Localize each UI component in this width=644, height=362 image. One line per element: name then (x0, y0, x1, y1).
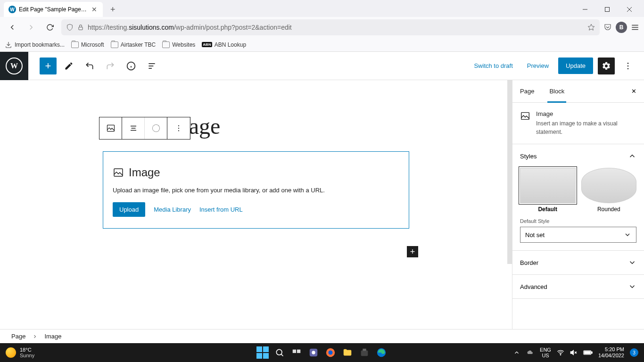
chevron-down-icon (628, 282, 636, 291)
editor-canvas[interactable]: Sample Page Image Upload an image file, … (0, 80, 512, 329)
chevron-down-icon (628, 258, 636, 267)
folder-icon (162, 41, 170, 48)
wp-editor: W + Switch to draft Preview Update Sampl… (0, 52, 644, 343)
onedrive-icon[interactable] (526, 348, 534, 357)
add-block-after-button[interactable]: + (407, 246, 418, 257)
forward-button[interactable] (24, 20, 39, 35)
start-button[interactable] (256, 346, 269, 359)
svg-point-17 (627, 68, 629, 69)
window-close-button[interactable] (619, 2, 640, 17)
file-explorer-icon[interactable] (341, 346, 354, 359)
store-icon[interactable] (358, 346, 371, 359)
insert-from-url-button[interactable]: Insert from URL (199, 206, 243, 213)
chevron-right-icon (32, 334, 38, 339)
back-button[interactable] (5, 20, 20, 35)
panel-border-header[interactable]: Border (512, 251, 644, 274)
breadcrumb-page[interactable]: Page (11, 333, 25, 340)
svg-marker-39 (570, 350, 573, 354)
settings-sidebar: Page Block ✕ Image Insert an image to ma… (512, 80, 644, 329)
sidebar-close-button[interactable]: ✕ (624, 80, 644, 102)
default-style-select[interactable]: Not set (520, 227, 636, 243)
svg-rect-18 (114, 169, 123, 176)
svg-rect-44 (591, 352, 592, 353)
search-button[interactable] (273, 346, 286, 359)
volume-icon[interactable] (570, 349, 578, 356)
align-button[interactable] (122, 117, 145, 139)
language-indicator[interactable]: ENG US (540, 347, 551, 358)
svg-point-38 (560, 354, 561, 355)
svg-point-32 (312, 351, 315, 354)
abn-badge-icon: ABN (202, 42, 212, 47)
block-type-button[interactable] (99, 117, 122, 139)
svg-point-23 (178, 125, 179, 126)
bookmark-star-icon[interactable] (587, 24, 595, 31)
window-minimize-button[interactable] (574, 2, 596, 17)
weather-widget[interactable]: 18°C Sunny (6, 347, 34, 358)
settings-button[interactable] (598, 58, 615, 74)
upload-button[interactable]: Upload (113, 202, 145, 217)
style-rounded-thumb (581, 168, 637, 203)
wp-logo[interactable]: W (0, 52, 28, 80)
bookmark-import[interactable]: Import bookmarks... (5, 41, 65, 49)
tab-page[interactable]: Page (512, 80, 542, 102)
profile-avatar[interactable]: B (616, 22, 627, 33)
tab-close-icon[interactable]: ✕ (91, 6, 98, 13)
reload-button[interactable] (42, 20, 58, 35)
tab-block[interactable]: Block (542, 80, 572, 102)
redo-button[interactable] (102, 58, 119, 74)
svg-rect-35 (361, 350, 368, 356)
panel-styles-header[interactable]: Styles (512, 144, 644, 168)
task-view-button[interactable] (290, 346, 303, 359)
preview-button[interactable]: Preview (522, 58, 553, 73)
details-button[interactable] (123, 58, 140, 74)
bookmark-microsoft[interactable]: Microsoft (71, 41, 104, 48)
tools-button[interactable] (60, 58, 77, 74)
edge-icon[interactable] (375, 346, 388, 359)
app-menu-icon[interactable] (631, 23, 639, 32)
block-more-button[interactable] (167, 117, 190, 139)
new-tab-button[interactable]: + (107, 5, 118, 15)
undo-button[interactable] (81, 58, 98, 74)
svg-line-28 (281, 354, 283, 356)
bookmark-abn-lookup[interactable]: ABN ABN Lookup (202, 41, 246, 48)
list-view-button[interactable] (143, 58, 160, 74)
switch-to-draft-button[interactable]: Switch to draft (469, 58, 517, 73)
url-bar[interactable]: https://testing.sisulutions.com/wp-admin… (61, 19, 600, 35)
default-style-label: Default Style (520, 218, 636, 224)
wordpress-favicon-icon: W (8, 6, 16, 13)
media-library-button[interactable]: Media Library (154, 206, 191, 213)
image-block-placeholder[interactable]: Image Upload an image file, pick one fro… (103, 151, 409, 229)
panel-advanced-header[interactable]: Advanced (512, 275, 644, 298)
svg-point-27 (276, 349, 282, 355)
style-default[interactable]: Default (520, 168, 576, 213)
battery-icon[interactable] (583, 349, 593, 356)
image-block-title: Image (129, 166, 160, 179)
shield-icon (66, 24, 74, 31)
tray-expand-icon[interactable] (513, 349, 520, 356)
tray-clock[interactable]: 5:20 PM 14/04/2022 (598, 346, 624, 359)
chat-app-icon[interactable] (307, 346, 320, 359)
image-icon (520, 110, 530, 122)
more-options-button[interactable] (619, 58, 636, 74)
wifi-icon[interactable] (557, 349, 564, 356)
svg-rect-43 (584, 352, 590, 354)
svg-rect-29 (293, 350, 296, 353)
window-maximize-button[interactable] (596, 2, 618, 17)
block-card-title: Image (536, 110, 636, 117)
update-button[interactable]: Update (558, 58, 593, 74)
browser-chrome: W Edit Page "Sample Page" ‹ My W ✕ + htt… (0, 0, 644, 52)
pocket-icon[interactable] (603, 23, 612, 32)
tab-bar: W Edit Page "Sample Page" ‹ My W ✕ + (0, 0, 644, 17)
bookmark-airtasker[interactable]: Airtasker TBC (111, 41, 156, 48)
block-inserter-button[interactable]: + (40, 58, 57, 74)
svg-point-34 (328, 350, 332, 354)
notification-badge[interactable]: 3 (630, 348, 638, 357)
svg-marker-5 (588, 24, 594, 30)
browser-tab[interactable]: W Edit Page "Sample Page" ‹ My W ✕ (4, 2, 103, 17)
bookmark-websites[interactable]: Websites (162, 41, 195, 48)
style-rounded[interactable]: Rounded (581, 168, 637, 213)
crop-button[interactable] (145, 117, 167, 139)
svg-rect-30 (297, 350, 300, 353)
firefox-icon[interactable] (324, 346, 337, 359)
folder-icon (71, 41, 79, 48)
